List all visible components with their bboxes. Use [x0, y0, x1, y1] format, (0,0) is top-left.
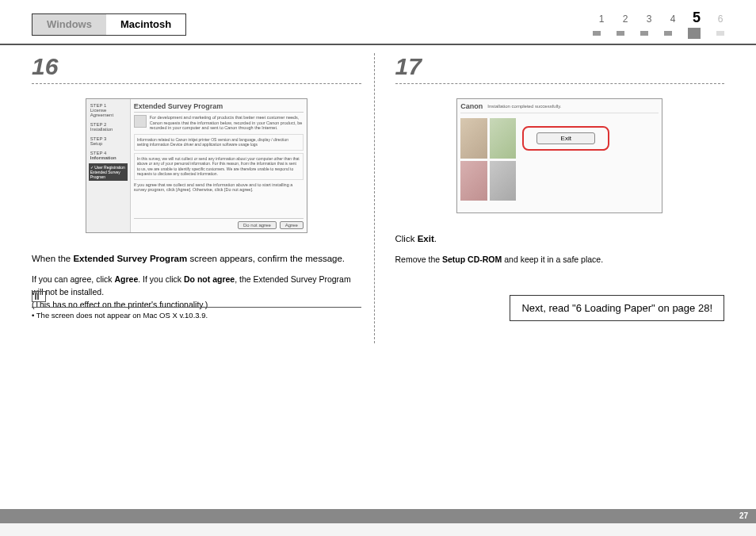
- note-divider: [32, 307, 361, 308]
- complete-titlebar: Canon Installation completed successfull…: [460, 102, 659, 113]
- chapter-6: 6: [716, 13, 724, 25]
- step-17-column: 17 Canon Installation completed successf…: [383, 53, 725, 343]
- chapter-numbers: 1 2 3 4 5 6: [598, 10, 724, 26]
- note-book-icon: [32, 291, 46, 302]
- page-content: 16 STEP 1License Agreement STEP 2Install…: [0, 45, 756, 343]
- chapter-5-current: 5: [693, 10, 701, 26]
- step17-instruction2: Remove the Setup CD-ROM and keep it in a…: [395, 254, 725, 266]
- do-not-agree-button[interactable]: Do not agree: [238, 221, 277, 229]
- dot-2: [617, 31, 624, 36]
- step-16-screenshot: STEP 1License Agreement STEP 2Installati…: [32, 92, 361, 239]
- page-header: Windows Macintosh 1 2 3 4 5 6: [0, 0, 756, 45]
- chapter-2: 2: [621, 13, 629, 25]
- dot-4: [664, 31, 672, 36]
- sidebar-highlight: ✓ User RegistrationExtended Survey Progr…: [89, 163, 128, 181]
- dot-3: [640, 31, 648, 36]
- survey-button-row: Do not agree Agree: [134, 218, 304, 229]
- photo-2: [490, 118, 517, 159]
- step-17-screenshot: Canon Installation completed successfull…: [395, 92, 725, 220]
- complete-message: Installation completed successfully.: [487, 104, 561, 109]
- complete-right: Exit: [522, 118, 659, 201]
- survey-para3: If you agree that we collect and send th…: [134, 182, 304, 218]
- survey-para2: In this survey, we will not collect or s…: [134, 153, 304, 180]
- canon-logo: Canon: [460, 102, 483, 110]
- dot-1: [593, 31, 601, 36]
- survey-dialog: STEP 1License Agreement STEP 2Installati…: [86, 98, 307, 233]
- survey-dialog-title: Extended Survey Program: [134, 102, 304, 113]
- chapter-4: 4: [669, 13, 677, 25]
- next-read-box: Next, read "6 Loading Paper" on page 28!: [510, 295, 724, 321]
- note-text: • The screen does not appear on Mac OS X…: [32, 311, 361, 320]
- step-16-column: 16 STEP 1License Agreement STEP 2Install…: [32, 53, 375, 343]
- os-tabs: Windows Macintosh: [32, 13, 186, 36]
- note-box: • The screen does not appear on Mac OS X…: [32, 291, 361, 320]
- dot-6: [716, 31, 724, 36]
- step-17-number: 17: [395, 53, 725, 84]
- photo-3: [460, 161, 487, 201]
- exit-highlight: Exit: [522, 126, 609, 151]
- chapter-progress: 1 2 3 4 5 6: [593, 10, 724, 39]
- survey-dialog-desc: For development and marketing of product…: [150, 115, 304, 131]
- page-footer: 27: [0, 509, 756, 523]
- chapter-1: 1: [598, 13, 605, 25]
- sidebar-step4: STEP 4Information: [89, 149, 128, 162]
- dot-5-current: [688, 28, 701, 39]
- photo-grid: [460, 118, 516, 201]
- step-16-number: 16: [32, 53, 361, 84]
- tab-macintosh[interactable]: Macintosh: [106, 14, 185, 35]
- box-icon: [134, 115, 147, 128]
- page-number: 27: [739, 511, 748, 520]
- sidebar-step1: STEP 1License Agreement: [89, 101, 128, 119]
- manual-page: Windows Macintosh 1 2 3 4 5 6: [0, 0, 756, 523]
- complete-dialog: Canon Installation completed successfull…: [456, 98, 662, 213]
- survey-dialog-sidebar: STEP 1License Agreement STEP 2Installati…: [86, 99, 131, 232]
- step16-instruction1: When the Extended Survey Program screen …: [32, 252, 361, 266]
- complete-body: Exit: [460, 113, 659, 201]
- photo-1: [460, 118, 487, 159]
- agree-button[interactable]: Agree: [280, 221, 304, 229]
- chapter-dots: [593, 28, 724, 39]
- tab-windows[interactable]: Windows: [32, 14, 106, 35]
- sidebar-step2: STEP 2Installation: [89, 121, 128, 133]
- photo-4: [490, 161, 517, 201]
- survey-dialog-main: Extended Survey Program For development …: [131, 99, 307, 232]
- step17-instruction1: Click Exit.: [395, 232, 725, 246]
- chapter-3: 3: [645, 13, 653, 25]
- exit-button[interactable]: Exit: [536, 132, 595, 144]
- sidebar-step3: STEP 3Setup: [89, 135, 128, 147]
- survey-para1: Information related to Canon inkjet prin…: [134, 134, 304, 151]
